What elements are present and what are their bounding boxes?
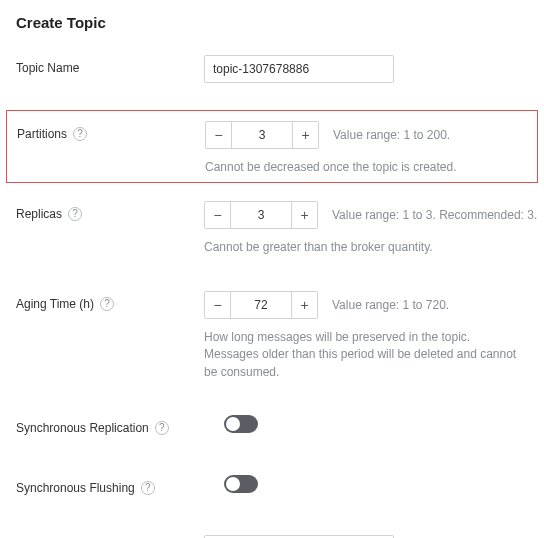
help-icon[interactable]: ? [100, 297, 114, 311]
toggle-knob [226, 417, 240, 431]
help-icon[interactable]: ? [141, 481, 155, 495]
replicas-decrement-button[interactable]: − [205, 202, 231, 228]
aging-time-range-hint: Value range: 1 to 720. [332, 298, 449, 312]
aging-time-increment-button[interactable]: + [291, 292, 317, 318]
partitions-increment-button[interactable]: + [292, 122, 318, 148]
label-sync-flushing: Synchronous Flushing [16, 475, 135, 501]
partitions-decrement-button[interactable]: − [206, 122, 232, 148]
label-sync-replication: Synchronous Replication [16, 415, 149, 441]
aging-time-input[interactable] [231, 292, 291, 318]
label-aging-time: Aging Time (h) [16, 291, 94, 317]
partitions-stepper: − + [205, 121, 319, 149]
replicas-increment-button[interactable]: + [291, 202, 317, 228]
aging-time-note: How long messages will be preserved in t… [204, 329, 528, 381]
aging-time-decrement-button[interactable]: − [205, 292, 231, 318]
partitions-note: Cannot be decreased once the topic is cr… [205, 159, 527, 176]
label-partitions: Partitions [17, 121, 67, 147]
row-aging-time: Aging Time (h) ? − + Value range: 1 to 7… [16, 285, 528, 387]
sync-replication-toggle[interactable] [224, 415, 258, 433]
replicas-input[interactable] [231, 202, 291, 228]
help-icon[interactable]: ? [68, 207, 82, 221]
row-topic-name: Topic Name [16, 49, 528, 89]
label-topic-name: Topic Name [16, 55, 79, 81]
row-replicas: Replicas ? − + Value range: 1 to 3. Reco… [16, 195, 528, 262]
replicas-note: Cannot be greater than the broker quanti… [204, 239, 537, 256]
help-icon[interactable]: ? [73, 127, 87, 141]
row-partitions: Partitions ? − + Value range: 1 to 200. … [6, 110, 538, 183]
replicas-range-hint: Value range: 1 to 3. Recommended: 3. [332, 208, 537, 222]
replicas-stepper: − + [204, 201, 318, 229]
aging-time-stepper: − + [204, 291, 318, 319]
topic-name-input[interactable] [204, 55, 394, 83]
toggle-knob [226, 477, 240, 491]
page-title: Create Topic [16, 14, 528, 31]
label-replicas: Replicas [16, 201, 62, 227]
help-icon[interactable]: ? [155, 421, 169, 435]
row-message-timestamp: Message Timestamp ? LogAppendTime [16, 529, 528, 538]
row-sync-flushing: Synchronous Flushing ? [16, 469, 528, 507]
partitions-input[interactable] [232, 122, 292, 148]
row-sync-replication: Synchronous Replication ? [16, 409, 528, 447]
partitions-range-hint: Value range: 1 to 200. [333, 128, 450, 142]
sync-flushing-toggle[interactable] [224, 475, 258, 493]
